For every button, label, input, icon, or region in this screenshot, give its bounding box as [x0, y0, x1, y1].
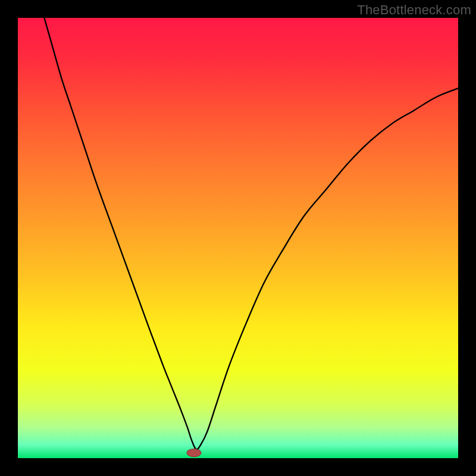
bottleneck-plot	[18, 18, 458, 458]
chart-frame: TheBottleneck.com	[0, 0, 476, 476]
watermark-text: TheBottleneck.com	[357, 2, 471, 18]
gradient-background	[18, 18, 458, 458]
optimal-marker	[187, 449, 201, 456]
